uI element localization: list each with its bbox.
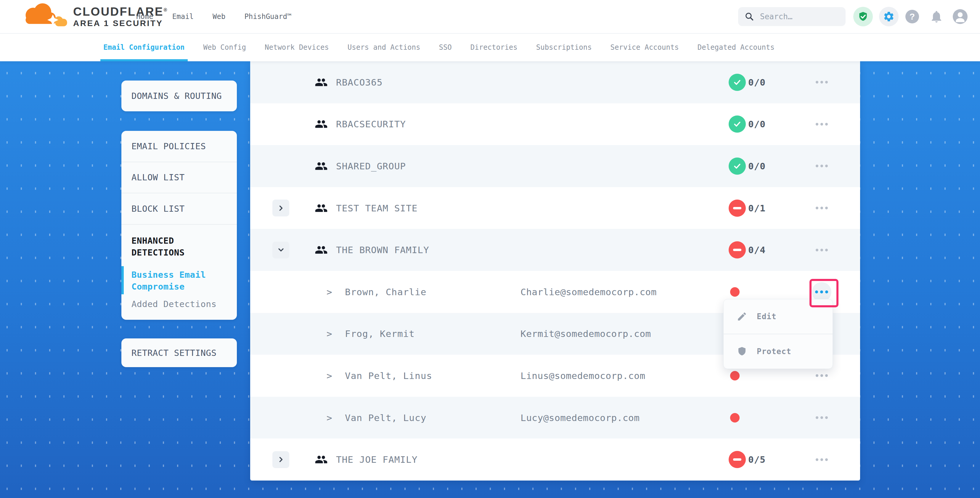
table-row-test-team-site: TEST TEAM SITE0/1	[250, 187, 860, 229]
chevron-down-icon	[277, 246, 285, 254]
person-name: Van Pelt, Lucy	[345, 397, 426, 439]
group-name: RBACO365	[336, 61, 382, 103]
group-icon	[315, 453, 328, 466]
table-row-shared-group: SHARED_GROUP0/0	[250, 145, 860, 187]
person-name: Frog, Kermit	[345, 313, 415, 355]
account-icon[interactable]	[953, 9, 967, 24]
person-email: Lucy@somedemocorp.com	[520, 397, 640, 439]
tab-network-devices[interactable]: Network Devices	[265, 33, 329, 61]
pencil-icon	[737, 311, 747, 322]
group-icon	[315, 118, 328, 130]
status-blocked-badge	[729, 200, 746, 217]
person-row-prefix: >	[326, 397, 332, 439]
context-menu-label: Edit	[757, 312, 776, 321]
table-row-the-joe-family: THE JOE FAMILY0/5	[250, 439, 860, 480]
group-icon	[315, 76, 328, 89]
check-icon	[732, 78, 742, 87]
app-header: CLOUDFLARE® AREA 1 SECURITY HomeEmailWeb…	[0, 0, 980, 34]
status-ok-badge	[729, 158, 746, 175]
config-tab-bar: Email ConfigurationWeb ConfigNetwork Dev…	[0, 33, 980, 61]
person-row-prefix: >	[326, 271, 332, 313]
row-actions-ellipsis-button[interactable]	[812, 198, 831, 218]
groups-table-panel: RBACO3650/0RBACSECURITY0/0SHARED_GROUP0/…	[250, 61, 860, 480]
shield-icon	[737, 346, 747, 357]
expand-row-button[interactable]	[272, 451, 289, 468]
notifications-bell-icon[interactable]	[929, 10, 943, 24]
shield-check-icon[interactable]	[853, 7, 873, 26]
status-dot-red	[730, 413, 740, 423]
check-icon	[732, 119, 742, 129]
tab-subscriptions[interactable]: Subscriptions	[536, 33, 592, 61]
group-name: SHARED_GROUP	[336, 145, 406, 187]
tab-directories[interactable]: Directories	[471, 33, 517, 61]
row-actions-ellipsis-button[interactable]	[812, 114, 831, 134]
sidebar-item-enhanced-detections[interactable]: ENHANCED DETECTIONS	[121, 225, 207, 266]
person-email: Charlie@somedemocorp.com	[520, 271, 657, 313]
group-icon	[315, 159, 328, 173]
row-actions-ellipsis-button[interactable]	[812, 282, 831, 302]
table-row-van-pelt-lucy: >Van Pelt, LucyLucy@somedemocorp.com	[250, 397, 860, 439]
header-icon-group: ?	[0, 0, 980, 33]
settings-gear-icon[interactable]	[879, 7, 899, 26]
person-row-prefix: >	[326, 355, 332, 397]
expand-collapse-button[interactable]	[272, 242, 289, 258]
sidebar-item-business-email-compromise[interactable]: Business Email Compromise	[121, 266, 210, 294]
table-row-rbaco365: RBACO3650/0	[250, 61, 860, 103]
sidebar-item-email-policies[interactable]: EMAIL POLICIES	[121, 131, 237, 162]
person-email: Linus@somedemocorp.com	[520, 355, 646, 397]
row-actions-ellipsis-button[interactable]	[812, 408, 831, 428]
sidebar-item-allow-list[interactable]: ALLOW LIST	[121, 162, 237, 194]
protected-count: 0/0	[748, 103, 766, 145]
context-menu-item-protect[interactable]: Protect	[724, 334, 832, 369]
help-icon[interactable]: ?	[905, 10, 919, 23]
status-blocked-badge	[729, 451, 746, 468]
row-actions-ellipsis-button[interactable]	[812, 450, 831, 469]
table-row-the-brown-family: THE BROWN FAMILY0/4	[250, 229, 860, 271]
group-icon	[315, 243, 328, 256]
expand-row-button[interactable]	[272, 200, 289, 216]
tab-email-configuration[interactable]: Email Configuration	[103, 33, 185, 61]
group-icon	[315, 202, 328, 215]
group-name: THE JOE FAMILY	[336, 439, 417, 480]
group-name: RBACSECURITY	[336, 103, 406, 145]
person-row-prefix: >	[326, 313, 332, 355]
sidebar-item-domains-routing[interactable]: DOMAINS & ROUTING	[121, 81, 237, 111]
status-dot-red	[730, 371, 740, 380]
row-context-menu: Edit Protect	[723, 299, 833, 369]
person-name: Van Pelt, Linus	[345, 355, 432, 397]
protected-count: 0/1	[748, 187, 766, 229]
tab-service-accounts[interactable]: Service Accounts	[611, 33, 679, 61]
sidebar-policies-card: EMAIL POLICIES ALLOW LIST BLOCK LIST ENH…	[121, 131, 237, 320]
protected-count: 0/0	[748, 61, 766, 103]
context-menu-item-edit[interactable]: Edit	[724, 299, 832, 334]
sidebar-item-retract-settings[interactable]: RETRACT SETTINGS	[121, 339, 237, 367]
row-actions-ellipsis-button[interactable]	[812, 240, 831, 260]
chevron-right-icon	[277, 455, 285, 464]
tab-web-config[interactable]: Web Config	[204, 33, 247, 61]
table-row-rbacsecurity: RBACSECURITY0/0	[250, 103, 860, 145]
group-name: THE BROWN FAMILY	[336, 229, 429, 271]
person-email: Kermit@somedemocorp.com	[520, 313, 651, 355]
tab-users-and-actions[interactable]: Users and Actions	[348, 33, 420, 61]
status-ok-badge	[729, 116, 746, 133]
protected-count: 0/0	[748, 145, 766, 187]
chevron-right-icon	[277, 204, 285, 212]
status-dot-red	[730, 287, 740, 297]
check-icon	[732, 161, 742, 171]
row-actions-ellipsis-button[interactable]	[812, 156, 831, 176]
row-actions-ellipsis-button[interactable]	[812, 73, 831, 92]
sidebar-label: DOMAINS & ROUTING	[132, 91, 222, 101]
context-menu-label: Protect	[757, 347, 791, 356]
tab-sso[interactable]: SSO	[439, 33, 452, 61]
status-ok-badge	[729, 74, 746, 91]
sidebar-item-block-list[interactable]: BLOCK LIST	[121, 193, 237, 225]
status-blocked-badge	[729, 241, 746, 258]
sidebar-item-added-detections[interactable]: Added Detections	[121, 294, 237, 309]
protected-count: 0/5	[748, 439, 766, 480]
protected-count: 0/4	[748, 229, 766, 271]
person-name: Brown, Charlie	[345, 271, 426, 313]
tab-delegated-accounts[interactable]: Delegated Accounts	[698, 33, 775, 61]
group-name: TEST TEAM SITE	[336, 187, 417, 229]
